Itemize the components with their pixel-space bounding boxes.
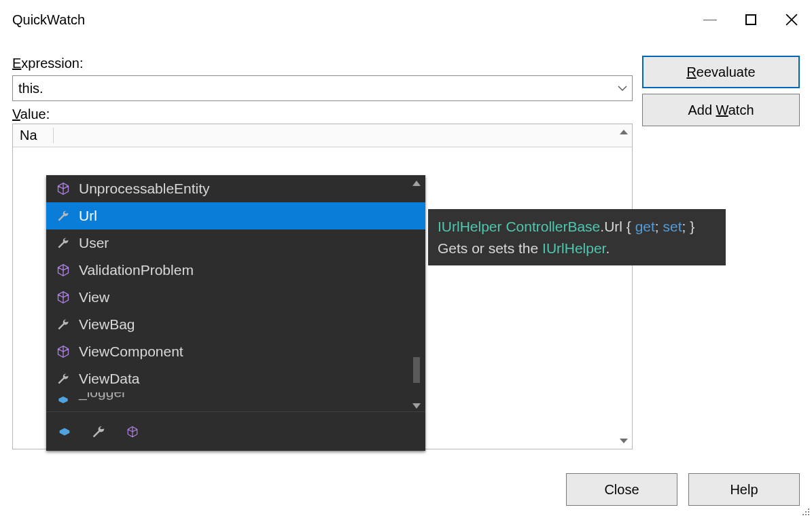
title-bar: QuickWatch [0, 0, 812, 39]
grid-column-name[interactable]: Na [13, 128, 54, 143]
scroll-track[interactable] [413, 186, 420, 401]
content-area: Expression: Value: Na [0, 39, 812, 449]
scroll-down-icon[interactable] [412, 401, 421, 409]
property-icon [56, 317, 71, 332]
intellisense-item[interactable]: _logger [46, 392, 425, 407]
reevaluate-button[interactable]: Reevaluate [642, 56, 800, 88]
value-label: Value: [12, 107, 633, 122]
property-icon [56, 208, 71, 223]
expression-combobox[interactable] [12, 75, 633, 101]
add-watch-button[interactable]: Add Watch [642, 94, 800, 126]
expression-input[interactable] [13, 81, 613, 96]
scroll-thumb[interactable] [413, 357, 420, 383]
intellisense-filter-bar [46, 411, 425, 451]
window-close-button[interactable] [771, 4, 812, 35]
resize-grip[interactable] [800, 506, 811, 517]
expression-label: Expression: [12, 56, 633, 71]
dialog-bottom-buttons: Close Help [566, 473, 800, 506]
chevron-up-icon [619, 128, 629, 135]
chevron-down-icon [618, 85, 627, 92]
filter-fields-icon[interactable] [57, 424, 72, 439]
intellisense-item[interactable]: ViewData [46, 365, 425, 392]
tooltip-description: Gets or sets the IUrlHelper. [438, 238, 716, 259]
intellisense-item[interactable]: ValidationProblem [46, 257, 425, 284]
intellisense-item[interactable]: ViewComponent [46, 338, 425, 365]
filter-methods-icon[interactable] [125, 424, 140, 439]
svg-rect-9 [802, 514, 804, 515]
intellisense-popup[interactable]: UnprocessableEntity Url User ValidationP… [46, 175, 425, 451]
minimize-button[interactable] [690, 4, 730, 35]
svg-rect-7 [805, 511, 807, 513]
svg-marker-3 [620, 439, 628, 443]
intellisense-scrollbar[interactable] [409, 178, 424, 409]
method-icon [56, 344, 71, 359]
close-button[interactable]: Close [566, 473, 677, 506]
grid-header: Na [13, 124, 632, 147]
maximize-button[interactable] [730, 4, 771, 35]
property-icon [56, 371, 71, 386]
signature-tooltip: IUrlHelper ControllerBase.Url { get; set… [428, 209, 726, 265]
intellisense-item[interactable]: View [46, 284, 425, 311]
help-button[interactable]: Help [688, 473, 800, 506]
intellisense-item[interactable]: ViewBag [46, 311, 425, 338]
chevron-down-icon [619, 438, 629, 445]
svg-marker-2 [620, 130, 628, 134]
filter-properties-icon[interactable] [91, 424, 106, 439]
property-icon [56, 236, 71, 251]
window-controls [690, 4, 812, 35]
intellisense-list[interactable]: UnprocessableEntity Url User ValidationP… [46, 175, 425, 411]
window-title: QuickWatch [12, 12, 85, 28]
grid-scroll-hint [617, 128, 631, 445]
svg-rect-8 [808, 511, 809, 513]
svg-marker-4 [412, 181, 421, 186]
tooltip-signature: IUrlHelper ControllerBase.Url { get; set… [438, 216, 716, 238]
method-icon [56, 290, 71, 305]
expression-dropdown-arrow[interactable] [613, 85, 632, 92]
svg-rect-6 [808, 508, 809, 510]
svg-marker-5 [412, 403, 421, 409]
scroll-up-icon[interactable] [412, 178, 421, 186]
method-icon [56, 263, 71, 278]
field-icon [56, 392, 71, 407]
svg-rect-11 [808, 514, 809, 515]
intellisense-item[interactable]: Url [46, 202, 425, 229]
intellisense-item[interactable]: User [46, 229, 425, 257]
intellisense-item[interactable]: UnprocessableEntity [46, 175, 425, 202]
method-icon [56, 181, 71, 196]
svg-rect-10 [805, 514, 807, 515]
